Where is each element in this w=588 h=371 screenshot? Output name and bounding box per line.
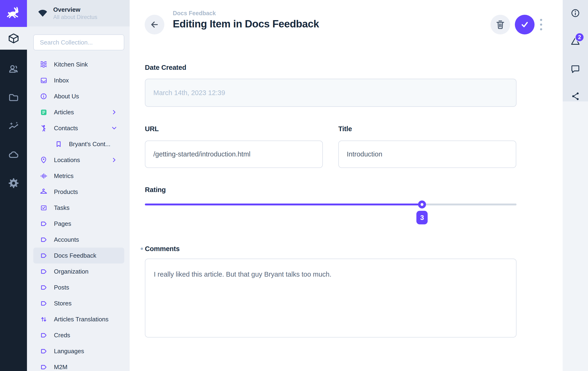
info-sidebar: 2 bbox=[563, 0, 588, 371]
item-comments-button[interactable] bbox=[570, 64, 580, 74]
collection-item-docs-feedback[interactable]: Docs Feedback bbox=[33, 248, 124, 263]
hanger-icon bbox=[33, 188, 54, 196]
module-files[interactable] bbox=[0, 83, 27, 112]
delete-button[interactable] bbox=[491, 15, 510, 34]
collection-item-about-us[interactable]: About Us bbox=[33, 88, 124, 104]
comment-icon bbox=[570, 64, 580, 74]
collection-item-label: Locations bbox=[54, 156, 80, 164]
article-icon bbox=[33, 109, 54, 116]
rating-slider-thumb[interactable] bbox=[418, 201, 426, 209]
collection-item-m2m[interactable]: M2M bbox=[33, 359, 124, 371]
item-info-button[interactable] bbox=[570, 8, 580, 18]
collection-item-label: Metrics bbox=[54, 172, 74, 180]
cube-icon bbox=[8, 33, 19, 44]
bookmark-icon bbox=[48, 140, 69, 148]
module-insights[interactable] bbox=[0, 112, 27, 140]
waves-icon bbox=[33, 61, 54, 68]
chevron-right-icon[interactable] bbox=[111, 156, 118, 163]
collection-list: Kitchen SinkInboxAbout UsArticlesContact… bbox=[27, 56, 130, 371]
title-field[interactable] bbox=[338, 140, 516, 168]
collection-item-organization[interactable]: Organization bbox=[33, 263, 124, 280]
page-title: Editing Item in Docs Feedback bbox=[173, 18, 319, 30]
rating-value-badge: 3 bbox=[416, 211, 428, 224]
item-editor: Docs Feedback Editing Item in Docs Feedb… bbox=[130, 0, 563, 371]
task-icon bbox=[33, 204, 54, 211]
collection-item-label: Tasks bbox=[54, 204, 69, 211]
share-icon bbox=[571, 91, 580, 101]
equalizer-icon bbox=[33, 172, 54, 180]
save-button[interactable] bbox=[515, 15, 535, 34]
collection-item-metrics[interactable]: Metrics bbox=[33, 168, 124, 184]
collection-item-label: Languages bbox=[54, 348, 84, 355]
rating-slider[interactable]: 3 bbox=[145, 203, 516, 205]
collection-item-tasks[interactable]: Tasks bbox=[33, 200, 124, 216]
label-icon bbox=[33, 236, 54, 243]
collection-item-creds[interactable]: Creds bbox=[33, 327, 124, 343]
module-content[interactable] bbox=[0, 27, 27, 50]
chevron-right-icon[interactable] bbox=[111, 109, 118, 116]
date-created-field[interactable] bbox=[145, 79, 516, 107]
label-icon bbox=[33, 332, 54, 339]
date-created-label: Date Created bbox=[145, 64, 186, 71]
collection-item-products[interactable]: Products bbox=[33, 184, 124, 200]
url-field[interactable] bbox=[145, 140, 323, 168]
module-cloud[interactable] bbox=[0, 140, 27, 169]
rabbit-icon bbox=[6, 6, 21, 21]
module-users[interactable] bbox=[0, 55, 27, 83]
module-settings[interactable] bbox=[0, 169, 27, 197]
collection-item-label: Pages bbox=[54, 220, 71, 227]
collection-item-articles-translations[interactable]: Articles Translations bbox=[33, 311, 124, 327]
app-logo[interactable] bbox=[0, 0, 27, 27]
collection-item-articles[interactable]: Articles bbox=[33, 104, 124, 120]
collection-item-bryant-s-cont[interactable]: Bryant's Cont... bbox=[33, 136, 124, 152]
users-icon bbox=[8, 63, 19, 74]
collection-item-label: Inbox bbox=[54, 77, 69, 84]
place-icon bbox=[33, 156, 54, 164]
collection-item-locations[interactable]: Locations bbox=[33, 152, 124, 168]
collection-item-languages[interactable]: Languages bbox=[33, 343, 124, 359]
back-button[interactable] bbox=[145, 15, 164, 34]
arrow-left-icon bbox=[149, 19, 160, 30]
info-sidebar-buttons: 2 bbox=[563, 0, 588, 101]
module-bar bbox=[0, 0, 27, 371]
collection-item-label: Stores bbox=[54, 300, 72, 307]
title-label: Title bbox=[338, 125, 352, 133]
collection-item-contacts[interactable]: Contacts bbox=[33, 120, 124, 136]
collection-item-accounts[interactable]: Accounts bbox=[33, 232, 124, 248]
rating-slider-fill bbox=[145, 203, 422, 205]
collection-item-label: Organization bbox=[54, 268, 88, 275]
trash-icon bbox=[495, 19, 506, 30]
collection-item-inbox[interactable]: Inbox bbox=[33, 72, 124, 88]
revisions-button[interactable]: 2 bbox=[570, 36, 580, 46]
info-sidebar-body bbox=[563, 101, 588, 371]
comments-label: Comments bbox=[145, 245, 179, 253]
label-icon bbox=[33, 363, 54, 371]
collection-item-kitchen-sink[interactable]: Kitchen Sink bbox=[33, 56, 124, 72]
collection-item-stores[interactable]: Stores bbox=[33, 295, 124, 311]
search-input[interactable] bbox=[33, 34, 124, 50]
settings-icon bbox=[8, 178, 19, 189]
label-icon bbox=[33, 300, 54, 307]
label-icon bbox=[33, 268, 54, 275]
collection-item-label: Docs Feedback bbox=[54, 252, 96, 259]
share-button[interactable] bbox=[570, 91, 580, 101]
swap-vert-icon bbox=[33, 316, 54, 323]
collection-item-label: Articles Translations bbox=[54, 316, 109, 323]
collection-item-pages[interactable]: Pages bbox=[33, 216, 124, 232]
label-icon bbox=[33, 284, 54, 291]
url-label: URL bbox=[145, 125, 159, 133]
label-icon bbox=[33, 220, 54, 227]
dots-vertical-icon bbox=[536, 17, 546, 32]
more-options-button[interactable] bbox=[536, 17, 546, 32]
breadcrumb[interactable]: Docs Feedback bbox=[173, 10, 319, 17]
collection-item-posts[interactable]: Posts bbox=[33, 280, 124, 295]
collection-item-label: About Us bbox=[54, 93, 79, 100]
project-header[interactable]: Overview All about Directus bbox=[27, 0, 130, 27]
chevron-down-icon[interactable] bbox=[111, 125, 118, 132]
collection-item-label: Accounts bbox=[54, 236, 79, 243]
comments-field[interactable]: I really liked this article. But that gu… bbox=[145, 259, 516, 338]
collection-item-label: Articles bbox=[54, 109, 74, 116]
collection-item-label: M2M bbox=[54, 363, 68, 371]
fan-icon bbox=[37, 8, 48, 19]
collection-item-label: Posts bbox=[54, 284, 69, 291]
